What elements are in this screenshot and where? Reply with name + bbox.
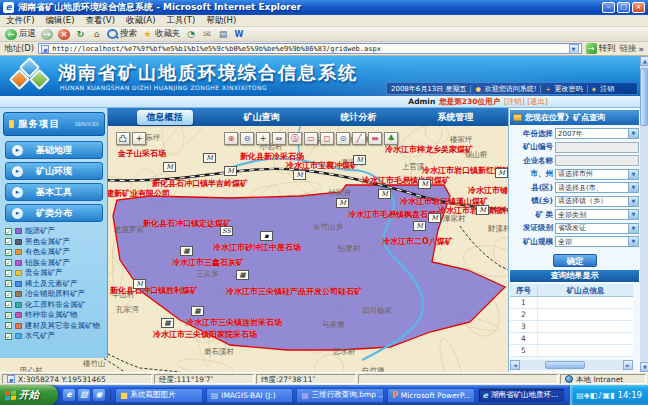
mine-marker[interactable]: ▦ — [180, 246, 193, 256]
history-button[interactable]: ◔ — [186, 29, 197, 40]
dropdown-镇(乡)[interactable]: 请选择镇（乡）▼ — [555, 196, 639, 207]
mine-marker[interactable]: ▦ — [191, 306, 204, 316]
pan-icon[interactable]: ⇔ — [272, 132, 286, 145]
mine-marker[interactable]: M — [163, 162, 176, 172]
media-icon[interactable]: ◉ — [93, 389, 105, 401]
layer-item[interactable]: ✓稀土及元素矿产 — [2, 279, 108, 290]
taskbar-task[interactable]: ▦三维行政查询.bmp ... — [296, 388, 384, 403]
mine-marker[interactable]: SS — [220, 226, 233, 236]
tab-系统管理[interactable]: 系统管理 — [428, 110, 484, 125]
mine-marker[interactable]: ▦ — [236, 270, 249, 280]
layer-item[interactable]: ✓贵金属矿产 — [2, 268, 108, 279]
confirm-button[interactable]: 确定 — [553, 254, 597, 267]
sidebar-menu-矿类分布[interactable]: ▸矿类分布 — [5, 204, 103, 222]
layer-item[interactable]: ✓能源矿产 — [2, 226, 108, 237]
sidebar-menu-基础地理[interactable]: ▸基础地理 — [5, 141, 103, 159]
taskbar-task[interactable]: ▤IMAGIS-BAI (J:) — [206, 388, 294, 403]
map-nav-button[interactable]: + — [132, 132, 146, 145]
full-extent-icon[interactable]: + — [256, 132, 270, 145]
mine-marker[interactable]: M — [413, 221, 426, 231]
checkbox-checked-icon[interactable]: ✓ — [5, 270, 12, 277]
input-企业名称[interactable] — [555, 155, 639, 166]
ie-icon[interactable]: e — [63, 389, 75, 401]
layer-item[interactable]: ✓特种非金属矿物 — [2, 310, 108, 321]
zoom-in-icon[interactable]: ⊕ — [224, 132, 238, 145]
sidebar-menu-矿山环境[interactable]: ▸矿山环境 — [5, 162, 103, 180]
checkbox-checked-icon[interactable]: ✓ — [5, 280, 12, 287]
scroll-left-button[interactable]: ◄ — [510, 360, 520, 370]
window-titlebar[interactable]: e 湖南省矿山地质环境综合信息系统 - Microsoft Internet E… — [0, 0, 648, 15]
back-button[interactable]: ←后退 — [5, 28, 36, 40]
scroll-down-button[interactable]: ▼ — [640, 362, 648, 372]
close-button[interactable]: × — [632, 2, 645, 13]
display-icon[interactable]: ▣ — [603, 391, 611, 400]
address-input[interactable]: e http://localhost/%e7%9f%bf%e5%b1%b1%e5… — [38, 43, 581, 54]
taskbar-task[interactable]: ■系统截图图片 — [115, 388, 203, 403]
mine-marker[interactable]: M — [378, 189, 391, 199]
battery-icon[interactable]: ▮ — [610, 391, 614, 400]
dropdown-市、州[interactable]: 请选择市州▼ — [555, 169, 639, 180]
mine-marker[interactable]: M — [428, 213, 441, 223]
checkbox-checked-icon[interactable]: ✓ — [5, 322, 12, 329]
scale-icon[interactable]: Ⓢ — [288, 132, 302, 145]
mine-marker[interactable]: ▪ — [260, 231, 273, 241]
dropdown-矿山规模[interactable]: 全部▼ — [555, 236, 639, 247]
mine-marker[interactable]: M — [224, 166, 237, 176]
checkbox-checked-icon[interactable]: ✓ — [5, 259, 12, 266]
dropdown-县(区)[interactable]: 请选择县(市、▼ — [555, 182, 639, 193]
layer-item[interactable]: ✓有色金属矿产 — [2, 247, 108, 258]
mine-marker[interactable]: M — [476, 205, 489, 215]
minimize-button[interactable]: – — [602, 2, 615, 13]
home-button[interactable]: ⌂ — [91, 29, 102, 40]
edit-button[interactable]: W — [234, 29, 245, 40]
table-row[interactable]: 1 — [510, 297, 633, 309]
dropdown-年份选择[interactable]: 2007年▼ — [555, 128, 639, 139]
checkbox-checked-icon[interactable]: ✓ — [5, 301, 12, 308]
deselect-rect-icon[interactable]: ◻ — [320, 132, 334, 145]
change-password-link[interactable]: 更改密码 — [555, 84, 583, 94]
maximize-button[interactable]: □ — [617, 2, 630, 13]
tab-信息概括[interactable]: 信息概括 — [137, 110, 193, 125]
taskbar-task[interactable]: PMicrosoft PowerP... — [387, 388, 475, 403]
panel-horizontal-scrollbar[interactable]: ◄ ► — [510, 360, 633, 370]
menu-item[interactable]: 查看(V) — [86, 15, 115, 27]
table-row[interactable]: 5 — [510, 345, 633, 357]
scroll-up-button[interactable]: ▲ — [640, 56, 648, 66]
mine-marker[interactable]: M — [353, 155, 366, 165]
mail-button[interactable]: ✉ — [202, 29, 213, 40]
logout-link[interactable]: 注销 — [600, 84, 614, 94]
select-rect-icon[interactable]: ▭ — [304, 132, 318, 145]
mine-marker[interactable]: M — [293, 170, 306, 180]
mine-marker[interactable]: M — [336, 198, 349, 208]
scrollbar-thumb[interactable] — [640, 68, 648, 126]
layer-item[interactable]: ✓水气矿产 — [2, 331, 108, 342]
mine-marker[interactable]: ▦ — [161, 318, 174, 328]
table-row[interactable]: 3 — [510, 321, 633, 333]
map-nav-button[interactable]: 凸 — [116, 132, 130, 145]
search-button[interactable]: 搜索 — [107, 28, 137, 40]
start-button[interactable]: 开始 — [0, 385, 58, 405]
address-dropdown-button[interactable]: ▼ — [569, 44, 579, 54]
mine-marker[interactable]: M — [418, 179, 431, 189]
mine-marker[interactable]: M — [133, 279, 146, 289]
layer-item[interactable]: ✓铂族金属矿产 — [2, 258, 108, 269]
menu-item[interactable]: 帮助(H) — [206, 15, 236, 27]
identify-icon[interactable]: ⊙ — [336, 132, 350, 145]
show-desktop-icon[interactable]: ▧ — [78, 389, 90, 401]
logout-exit-links[interactable]: [注销] [退出] — [504, 97, 548, 107]
table-row[interactable]: 2 — [510, 309, 633, 321]
measure-icon[interactable]: ╱ — [352, 132, 366, 145]
page-vertical-scrollbar[interactable]: ▲ ▼ — [640, 56, 648, 372]
zoom-out-icon[interactable]: ⊖ — [240, 132, 254, 145]
forward-button[interactable]: → — [41, 29, 53, 40]
printer-icon[interactable]: ▤ — [576, 391, 584, 400]
checkbox-checked-icon[interactable]: ✓ — [5, 228, 12, 235]
checkbox-checked-icon[interactable]: ✓ — [5, 312, 12, 319]
dropdown-发证级别[interactable]: 省级发证▼ — [555, 223, 639, 234]
checkbox-checked-icon[interactable]: ✓ — [5, 249, 12, 256]
input-矿山编号[interactable] — [555, 142, 639, 153]
links-button[interactable]: 链接» — [620, 43, 645, 55]
legend-icon[interactable]: ♣ — [384, 132, 398, 145]
menu-item[interactable]: 文件(F) — [6, 15, 35, 27]
checkbox-checked-icon[interactable]: ✓ — [5, 238, 12, 245]
